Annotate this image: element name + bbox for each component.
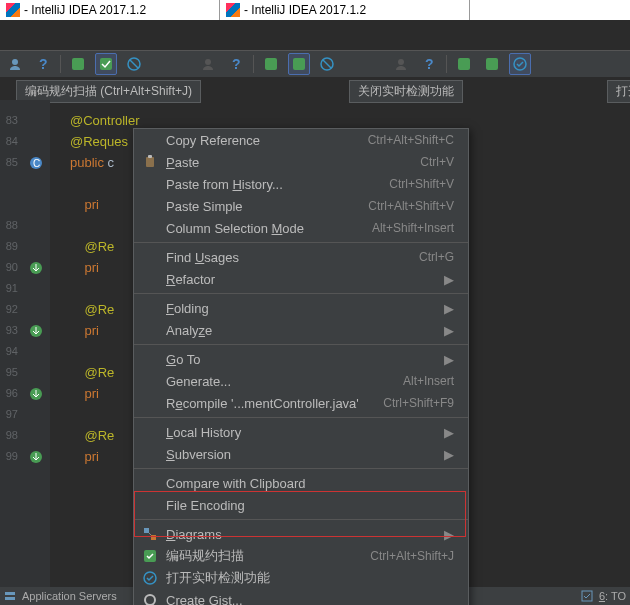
svg-point-6 bbox=[205, 59, 211, 65]
menu-paste-history[interactable]: Paste from History...Ctrl+Shift+V bbox=[134, 173, 468, 195]
svg-rect-23 bbox=[146, 157, 154, 167]
svg-rect-33 bbox=[5, 597, 15, 600]
toolbar-open-realtime[interactable] bbox=[509, 53, 531, 75]
scan-icon bbox=[292, 57, 306, 71]
menu-copy-reference[interactable]: Copy ReferenceCtrl+Alt+Shift+C bbox=[134, 129, 468, 151]
menu-create-gist[interactable]: Create Gist... bbox=[134, 589, 468, 605]
toolbar-help-2[interactable]: ? bbox=[225, 53, 247, 75]
user-icon bbox=[8, 57, 22, 71]
gutter-icon-override[interactable] bbox=[22, 257, 50, 278]
menu-paste-simple[interactable]: Paste SimpleCtrl+Alt+Shift+V bbox=[134, 195, 468, 217]
status-app-servers[interactable]: Application Servers bbox=[22, 590, 117, 602]
diagram-icon bbox=[142, 526, 158, 542]
intellij-icon bbox=[226, 3, 240, 17]
scan-icon bbox=[485, 57, 499, 71]
intellij-icon bbox=[6, 3, 20, 17]
scan-icon bbox=[99, 57, 113, 71]
menu-find-usages[interactable]: Find UsagesCtrl+G bbox=[134, 246, 468, 268]
menu-goto[interactable]: Go To▶ bbox=[134, 348, 468, 370]
menu-column-select[interactable]: Column Selection ModeAlt+Shift+Insert bbox=[134, 217, 468, 239]
run-icon bbox=[264, 57, 278, 71]
menu-sep bbox=[134, 468, 468, 469]
menu-sep bbox=[134, 293, 468, 294]
toolbar-close-realtime[interactable] bbox=[288, 53, 310, 75]
svg-rect-32 bbox=[5, 592, 15, 595]
titlebar-row: - IntelliJ IDEA 2017.1.2 - IntelliJ IDEA… bbox=[0, 0, 630, 20]
context-menu: Copy ReferenceCtrl+Alt+Shift+C PasteCtrl… bbox=[133, 128, 469, 605]
question-icon: ? bbox=[422, 57, 436, 71]
window-title-2: - IntelliJ IDEA 2017.1.2 bbox=[220, 0, 470, 20]
status-todo[interactable]: 6: TO bbox=[599, 590, 626, 602]
menu-file-encoding[interactable]: File Encoding bbox=[134, 494, 468, 516]
svg-line-11 bbox=[323, 60, 331, 68]
server-icon bbox=[4, 590, 16, 602]
toolbar-help-3[interactable]: ? bbox=[418, 53, 440, 75]
toolbar-sep bbox=[60, 55, 61, 73]
svg-rect-25 bbox=[144, 528, 149, 533]
toolbar-disable-1[interactable] bbox=[123, 53, 145, 75]
menu-sep bbox=[134, 519, 468, 520]
svg-point-31 bbox=[146, 596, 154, 604]
svg-rect-26 bbox=[151, 535, 156, 540]
toolbar-btn-3[interactable] bbox=[390, 53, 412, 75]
toolbar-help-1[interactable]: ? bbox=[32, 53, 54, 75]
gutter-icons: C bbox=[22, 100, 50, 605]
menu-recompile[interactable]: Recompile '...mentController.java'Ctrl+S… bbox=[134, 392, 468, 414]
menu-compare-clipboard[interactable]: Compare with Clipboard bbox=[134, 472, 468, 494]
run-icon bbox=[71, 57, 85, 71]
menu-sep bbox=[134, 417, 468, 418]
menu-refactor[interactable]: Refactor▶ bbox=[134, 268, 468, 290]
menu-subversion[interactable]: Subversion▶ bbox=[134, 443, 468, 465]
menu-analyze[interactable]: Analyze▶ bbox=[134, 319, 468, 341]
svg-line-27 bbox=[149, 533, 151, 535]
svg-text:?: ? bbox=[232, 57, 241, 71]
gutter-icon-override[interactable] bbox=[22, 383, 50, 404]
disable-icon bbox=[320, 57, 334, 71]
title-text-2: - IntelliJ IDEA 2017.1.2 bbox=[244, 3, 366, 17]
disable-icon bbox=[127, 57, 141, 71]
toolbar-btn-2[interactable] bbox=[197, 53, 219, 75]
svg-text:?: ? bbox=[425, 57, 434, 71]
window-title-1: - IntelliJ IDEA 2017.1.2 bbox=[0, 0, 220, 20]
svg-text:C: C bbox=[33, 158, 40, 169]
toolbar-scan-active[interactable] bbox=[95, 53, 117, 75]
tooltip-row: 编码规约扫描 (Ctrl+Alt+Shift+J) 关闭实时检测功能 打开实时检… bbox=[0, 78, 630, 100]
title-text-1: - IntelliJ IDEA 2017.1.2 bbox=[24, 3, 146, 17]
svg-text:?: ? bbox=[39, 57, 48, 71]
toolbar-run-2[interactable] bbox=[260, 53, 282, 75]
toolbar-btn-1[interactable] bbox=[4, 53, 26, 75]
svg-line-5 bbox=[130, 60, 138, 68]
paste-icon bbox=[142, 154, 158, 170]
user-icon bbox=[201, 57, 215, 71]
toolbar-disable-2[interactable] bbox=[316, 53, 338, 75]
menu-diagrams[interactable]: Diagrams▶ bbox=[134, 523, 468, 545]
scan-icon bbox=[142, 548, 158, 564]
gutter-icon-override[interactable] bbox=[22, 446, 50, 467]
question-icon: ? bbox=[229, 57, 243, 71]
svg-point-0 bbox=[12, 59, 18, 65]
svg-point-12 bbox=[398, 59, 404, 65]
menu-generate[interactable]: Generate...Alt+Insert bbox=[134, 370, 468, 392]
toolbar-scan-3[interactable] bbox=[481, 53, 503, 75]
question-icon: ? bbox=[36, 57, 50, 71]
gutter-icon-class[interactable]: C bbox=[22, 152, 50, 173]
check-icon bbox=[142, 570, 158, 586]
svg-rect-9 bbox=[293, 58, 305, 70]
svg-rect-3 bbox=[100, 58, 112, 70]
menu-folding[interactable]: Folding▶ bbox=[134, 297, 468, 319]
menu-open-realtime[interactable]: 打开实时检测功能 bbox=[134, 567, 468, 589]
svg-rect-8 bbox=[265, 58, 277, 70]
line-numbers: 838485 888990 919293 949596 979899 bbox=[0, 100, 22, 605]
gutter-icon-override[interactable] bbox=[22, 320, 50, 341]
toolbar-run-3[interactable] bbox=[453, 53, 475, 75]
svg-rect-15 bbox=[486, 58, 498, 70]
toolbar: ? ? ? bbox=[0, 50, 630, 78]
menu-sep bbox=[134, 344, 468, 345]
menu-paste[interactable]: PasteCtrl+V bbox=[134, 151, 468, 173]
menu-scan[interactable]: 编码规约扫描Ctrl+Alt+Shift+J bbox=[134, 545, 468, 567]
svg-rect-2 bbox=[72, 58, 84, 70]
svg-rect-14 bbox=[458, 58, 470, 70]
toolbar-run-1[interactable] bbox=[67, 53, 89, 75]
toolbar-sep bbox=[446, 55, 447, 73]
menu-local-history[interactable]: Local History▶ bbox=[134, 421, 468, 443]
